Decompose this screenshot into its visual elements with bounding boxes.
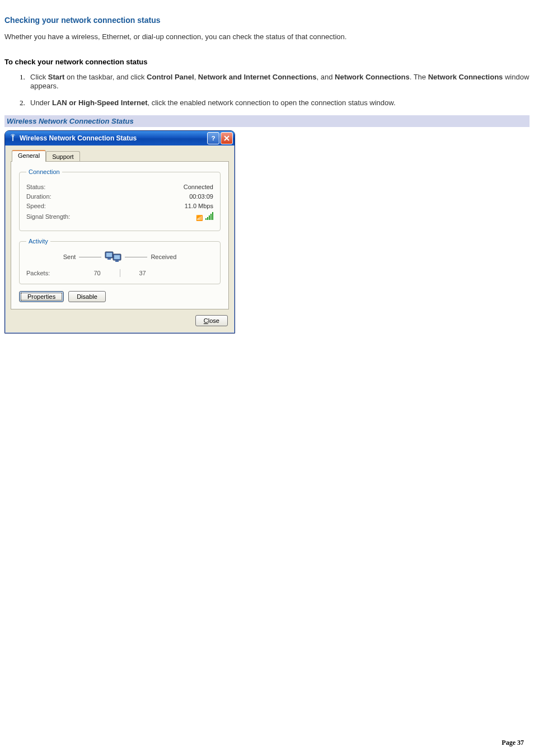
- step-item: Under LAN or High-Speed Internet, click …: [27, 98, 530, 107]
- divider-line: [125, 257, 147, 257]
- help-button[interactable]: ?: [207, 132, 219, 144]
- page-heading: Checking your network connection status: [4, 16, 530, 25]
- network-activity-icon: [105, 250, 121, 264]
- connection-status-dialog: Wireless Network Connection Status ? Gen…: [4, 130, 235, 334]
- duration-value: 00:03:09: [189, 193, 213, 200]
- speed-label: Speed:: [26, 203, 46, 209]
- signal-strength-icon: 📶: [196, 212, 213, 221]
- steps-list: Click Start on the taskbar, and click Co…: [4, 73, 530, 107]
- disable-button[interactable]: Disable: [68, 291, 106, 302]
- tab-panel-general: Connection Status: Connected Duration: 0…: [11, 161, 229, 309]
- dialog-tabs: General Support: [12, 150, 229, 162]
- tab-support[interactable]: Support: [46, 151, 80, 162]
- svg-rect-0: [12, 137, 13, 141]
- steps-heading: To check your network connection status: [4, 58, 530, 66]
- received-label: Received: [151, 253, 176, 260]
- duration-label: Duration:: [26, 193, 51, 200]
- screenshot-caption-bar: Wireless Network Connection Status: [4, 115, 530, 127]
- dialog-title: Wireless Network Connection Status: [20, 134, 137, 142]
- dialog-titlebar: Wireless Network Connection Status ?: [5, 131, 235, 145]
- status-value: Connected: [184, 184, 213, 190]
- packets-sent-value: 70: [75, 270, 120, 276]
- speed-value: 11.0 Mbps: [185, 203, 213, 209]
- packets-received-value: 37: [120, 270, 165, 276]
- svg-rect-3: [106, 253, 112, 257]
- sent-label: Sent: [63, 253, 76, 260]
- svg-rect-7: [115, 260, 119, 262]
- status-label: Status:: [26, 184, 45, 190]
- intro-paragraph: Whether you have a wireless, Ethernet, o…: [4, 32, 530, 41]
- svg-rect-6: [107, 258, 111, 260]
- activity-group: Activity Sent: [19, 238, 221, 284]
- divider-line: [79, 257, 101, 257]
- titlebar-close-button[interactable]: [221, 132, 233, 144]
- activity-legend: Activity: [26, 238, 50, 245]
- properties-button[interactable]: Properties: [19, 291, 64, 302]
- packets-label: Packets:: [26, 270, 75, 276]
- connection-group: Connection Status: Connected Duration: 0…: [19, 168, 221, 231]
- svg-point-1: [12, 135, 14, 137]
- connection-legend: Connection: [26, 168, 62, 175]
- signal-label: Signal Strength:: [26, 213, 70, 220]
- step-item: Click Start on the taskbar, and click Co…: [27, 73, 530, 91]
- close-button-rest: lose: [208, 317, 219, 324]
- svg-rect-5: [114, 255, 120, 259]
- tab-general[interactable]: General: [12, 150, 46, 162]
- wireless-icon: [8, 134, 17, 143]
- close-button[interactable]: Close: [195, 315, 228, 326]
